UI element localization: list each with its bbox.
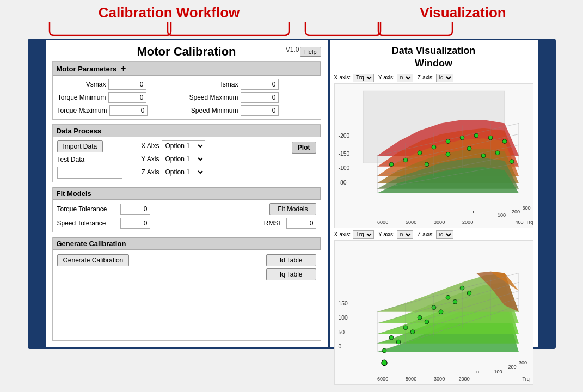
rmse-input[interactable] — [286, 218, 316, 229]
chart1-z-select[interactable]: id — [436, 74, 453, 82]
svg-text:400: 400 — [515, 219, 523, 225]
help-button[interactable]: Help — [300, 47, 321, 57]
data-process-header: Data Process — [53, 125, 321, 137]
svg-text:100: 100 — [338, 315, 348, 321]
svg-text:6000: 6000 — [377, 219, 388, 225]
svg-text:3000: 3000 — [434, 376, 445, 382]
chart2-y-select[interactable]: n — [397, 230, 413, 239]
speed-tol-label: Speed Tolerance — [57, 219, 117, 227]
svg-point-52 — [418, 315, 422, 320]
torque-max-input[interactable] — [109, 105, 148, 116]
chart1-x-label: X-axis: — [334, 75, 351, 81]
svg-point-6 — [418, 151, 422, 155]
panel-title: Motor Calibration — [52, 45, 321, 59]
vsmax-label: Vsmax — [57, 81, 106, 88]
test-data-label: Test Data — [57, 156, 85, 163]
motor-params-header: Motor Parameters + — [53, 62, 321, 76]
visualization-brace — [300, 21, 458, 36]
svg-text:300: 300 — [522, 205, 530, 211]
speed-tol-input[interactable] — [120, 218, 150, 229]
svg-point-5 — [474, 133, 478, 138]
svg-text:3000: 3000 — [434, 219, 445, 225]
svg-text:5000: 5000 — [406, 219, 416, 225]
svg-point-46 — [425, 320, 429, 324]
calibration-workflow-label: Calibration Workflow — [44, 4, 294, 21]
svg-text:-150: -150 — [338, 151, 349, 157]
svg-point-47 — [439, 310, 443, 314]
svg-point-12 — [425, 162, 429, 167]
chart1-z-label: Z-axis: — [418, 75, 434, 81]
id-table-button[interactable]: Id Table — [266, 254, 316, 266]
chart2-x-label: X-axis: — [334, 231, 351, 237]
svg-point-49 — [467, 291, 471, 295]
x-axis-select[interactable]: Option 1 — [162, 140, 205, 151]
svg-text:n: n — [476, 369, 479, 375]
ismax-label: Ismax — [189, 81, 238, 88]
torque-min-input[interactable] — [108, 92, 146, 103]
svg-text:Trq: Trq — [526, 219, 533, 225]
torque-max-label: Torque Maximum — [57, 107, 107, 114]
chart2-display: 150 100 50 0 6000 5000 3000 2000 n 100 2… — [334, 240, 533, 385]
chart1-svg: -80 -100 -150 -200 6000 5000 3000 2000 n… — [335, 84, 533, 228]
svg-point-11 — [446, 152, 450, 156]
torque-tol-label: Torque Tolerance — [57, 205, 117, 213]
svg-text:6000: 6000 — [377, 376, 388, 382]
speed-min-input[interactable] — [241, 105, 279, 116]
import-data-button[interactable]: Import Data — [57, 140, 103, 152]
svg-point-16 — [510, 159, 514, 163]
svg-text:-200: -200 — [338, 133, 349, 139]
svg-text:200: 200 — [508, 364, 516, 370]
svg-point-43 — [382, 348, 386, 353]
fit-models-section: Fit Models Torque Tolerance Fit Models S… — [52, 187, 321, 232]
left-panel: Motor Calibration V1.0 Help Motor Parame… — [46, 40, 328, 347]
svg-point-15 — [495, 151, 500, 155]
speed-max-input[interactable] — [241, 92, 279, 103]
chart1-container: X-axis: Trq Y-axis: n Z-axis: id — [334, 74, 533, 228]
chart2-x-select[interactable]: Trq — [353, 230, 374, 239]
svg-text:-100: -100 — [338, 165, 349, 171]
svg-text:5000: 5000 — [406, 376, 416, 382]
svg-text:2000: 2000 — [462, 219, 473, 225]
ismax-input[interactable] — [241, 79, 279, 90]
vsmax-input[interactable] — [108, 79, 146, 90]
test-data-input[interactable] — [57, 167, 122, 179]
generate-cal-header: Generate Calibration — [53, 237, 321, 250]
y-axis-select[interactable]: Option 1 — [162, 154, 205, 164]
y-axis-label: Y Axis — [138, 155, 159, 163]
svg-text:50: 50 — [338, 329, 345, 335]
svg-text:-80: -80 — [338, 180, 346, 186]
svg-text:200: 200 — [512, 209, 520, 214]
generate-cal-section: Generate Calibration Generate Calibratio… — [52, 237, 321, 341]
chart1-y-select[interactable]: n — [397, 74, 413, 82]
iq-table-button[interactable]: Iq Table — [266, 268, 316, 280]
fit-models-header: Fit Models — [53, 187, 321, 200]
chart2-container: X-axis: Trq Y-axis: n Z-axis: iq — [334, 230, 533, 385]
svg-text:150: 150 — [338, 301, 348, 307]
chart2-z-label: Z-axis: — [418, 231, 434, 237]
svg-point-13 — [467, 146, 471, 151]
rmse-label: RMSE — [264, 219, 283, 227]
right-panel: Data Visualization Window X-axis: Trq Y-… — [330, 40, 538, 347]
chart2-z-select[interactable]: iq — [436, 230, 453, 239]
svg-point-14 — [481, 154, 486, 158]
plot-button[interactable]: Plot — [292, 142, 316, 154]
svg-point-50 — [389, 335, 394, 340]
svg-text:0: 0 — [338, 344, 341, 350]
motor-params-plus[interactable]: + — [121, 64, 126, 74]
data-process-section: Data Process Import Data Test Data — [52, 124, 321, 182]
chart2-svg: 150 100 50 0 6000 5000 3000 2000 n 100 2… — [335, 241, 533, 384]
torque-min-label: Torque Minimum — [57, 94, 106, 101]
fit-models-button[interactable]: Fit Models — [269, 203, 316, 215]
visualization-label: Visualization — [387, 4, 539, 21]
generate-calibration-button[interactable]: Generate Calibration — [57, 254, 130, 266]
z-axis-select[interactable]: Option 1 — [162, 167, 205, 177]
version-label: V1.0 — [286, 46, 299, 53]
svg-point-56 — [381, 360, 386, 366]
viz-title: Data Visualization Window — [334, 45, 533, 70]
chart1-y-label: Y-axis: — [378, 75, 395, 81]
torque-tol-input[interactable] — [120, 204, 150, 215]
svg-text:n: n — [472, 209, 475, 214]
chart1-x-select[interactable]: Trq — [353, 74, 374, 82]
svg-point-44 — [396, 340, 401, 344]
motor-parameters-section: Motor Parameters + Vsmax Ismax — [52, 61, 321, 120]
